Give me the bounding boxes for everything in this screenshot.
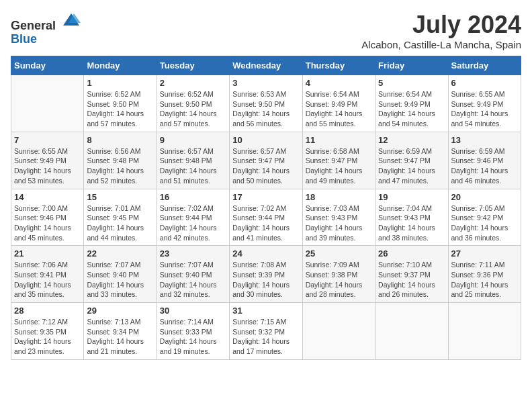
day-cell: 24Sunrise: 7:08 AMSunset: 9:39 PMDayligh… (230, 246, 302, 303)
day-cell: 10Sunrise: 6:57 AMSunset: 9:47 PMDayligh… (230, 132, 302, 189)
location-title: Alcabon, Castille-La Mancha, Spain (361, 39, 521, 50)
day-number: 12 (378, 135, 445, 145)
day-cell: 25Sunrise: 7:09 AMSunset: 9:38 PMDayligh… (302, 246, 375, 303)
day-cell: 12Sunrise: 6:59 AMSunset: 9:47 PMDayligh… (375, 132, 448, 189)
logo: General Blue (11, 11, 81, 46)
day-cell: 14Sunrise: 7:00 AMSunset: 9:46 PMDayligh… (11, 189, 84, 246)
day-number: 7 (14, 135, 81, 145)
day-info: Sunrise: 6:55 AMSunset: 9:49 PMDaylight:… (14, 146, 81, 186)
day-cell: 28Sunrise: 7:12 AMSunset: 9:35 PMDayligh… (11, 303, 84, 360)
day-number: 19 (378, 192, 445, 202)
day-number: 5 (378, 78, 445, 88)
day-cell: 13Sunrise: 6:59 AMSunset: 9:46 PMDayligh… (448, 132, 521, 189)
day-cell (448, 303, 521, 360)
logo-blue: Blue (11, 33, 81, 46)
day-number: 29 (87, 306, 153, 316)
day-cell (11, 75, 84, 132)
day-info: Sunrise: 7:10 AMSunset: 9:37 PMDaylight:… (378, 260, 445, 300)
logo-general: General (11, 11, 81, 33)
week-row-5: 28Sunrise: 7:12 AMSunset: 9:35 PMDayligh… (11, 303, 521, 360)
header-row: SundayMondayTuesdayWednesdayThursdayFrid… (11, 56, 521, 75)
day-cell: 5Sunrise: 6:54 AMSunset: 9:49 PMDaylight… (375, 75, 448, 132)
day-info: Sunrise: 7:08 AMSunset: 9:39 PMDaylight:… (232, 260, 299, 300)
day-info: Sunrise: 7:12 AMSunset: 9:35 PMDaylight:… (14, 317, 81, 357)
day-cell: 18Sunrise: 7:03 AMSunset: 9:43 PMDayligh… (302, 189, 375, 246)
day-info: Sunrise: 7:01 AMSunset: 9:45 PMDaylight:… (87, 203, 153, 243)
day-number: 15 (87, 192, 153, 202)
day-info: Sunrise: 7:03 AMSunset: 9:43 PMDaylight:… (306, 203, 372, 243)
day-cell: 7Sunrise: 6:55 AMSunset: 9:49 PMDaylight… (11, 132, 84, 189)
day-number: 4 (306, 78, 372, 88)
day-number: 10 (232, 135, 299, 145)
day-info: Sunrise: 6:58 AMSunset: 9:47 PMDaylight:… (306, 146, 372, 186)
day-info: Sunrise: 6:52 AMSunset: 9:50 PMDaylight:… (87, 89, 153, 129)
header-friday: Friday (375, 56, 448, 75)
day-cell: 16Sunrise: 7:02 AMSunset: 9:44 PMDayligh… (157, 189, 229, 246)
day-info: Sunrise: 7:02 AMSunset: 9:44 PMDaylight:… (160, 203, 226, 243)
logo-icon (62, 11, 81, 30)
day-cell: 11Sunrise: 6:58 AMSunset: 9:47 PMDayligh… (302, 132, 375, 189)
day-number: 22 (87, 248, 153, 259)
day-number: 31 (232, 306, 299, 316)
header-thursday: Thursday (302, 56, 375, 75)
day-cell (375, 303, 448, 360)
day-info: Sunrise: 6:55 AMSunset: 9:49 PMDaylight:… (451, 89, 518, 129)
day-number: 9 (160, 135, 226, 145)
day-info: Sunrise: 7:15 AMSunset: 9:32 PMDaylight:… (232, 317, 299, 357)
day-number: 25 (306, 248, 372, 259)
day-number: 23 (160, 248, 226, 259)
day-cell: 15Sunrise: 7:01 AMSunset: 9:45 PMDayligh… (84, 189, 157, 246)
day-info: Sunrise: 7:11 AMSunset: 9:36 PMDaylight:… (451, 260, 518, 300)
day-number: 30 (160, 306, 226, 316)
day-cell: 23Sunrise: 7:07 AMSunset: 9:40 PMDayligh… (157, 246, 229, 303)
day-info: Sunrise: 6:54 AMSunset: 9:49 PMDaylight:… (306, 89, 372, 129)
day-number: 8 (87, 135, 153, 145)
day-number: 2 (160, 78, 226, 88)
day-cell: 17Sunrise: 7:02 AMSunset: 9:44 PMDayligh… (230, 189, 302, 246)
day-number: 11 (306, 135, 372, 145)
title-area: July 2024 Alcabon, Castille-La Mancha, S… (361, 11, 521, 50)
day-number: 16 (160, 192, 226, 202)
day-info: Sunrise: 7:00 AMSunset: 9:46 PMDaylight:… (14, 203, 81, 243)
day-number: 3 (232, 78, 299, 88)
day-cell: 30Sunrise: 7:14 AMSunset: 9:33 PMDayligh… (157, 303, 229, 360)
day-info: Sunrise: 7:09 AMSunset: 9:38 PMDaylight:… (306, 260, 372, 300)
day-cell: 8Sunrise: 6:56 AMSunset: 9:48 PMDaylight… (84, 132, 157, 189)
day-info: Sunrise: 7:05 AMSunset: 9:42 PMDaylight:… (451, 203, 518, 243)
day-info: Sunrise: 6:53 AMSunset: 9:50 PMDaylight:… (232, 89, 299, 129)
day-cell: 3Sunrise: 6:53 AMSunset: 9:50 PMDaylight… (230, 75, 302, 132)
day-info: Sunrise: 6:56 AMSunset: 9:48 PMDaylight:… (87, 146, 153, 186)
day-info: Sunrise: 7:04 AMSunset: 9:43 PMDaylight:… (378, 203, 445, 243)
header: General Blue July 2024 Alcabon, Castille… (11, 11, 521, 50)
day-number: 28 (14, 306, 81, 316)
day-cell: 9Sunrise: 6:57 AMSunset: 9:48 PMDaylight… (157, 132, 229, 189)
day-info: Sunrise: 6:52 AMSunset: 9:50 PMDaylight:… (160, 89, 226, 129)
calendar-table: SundayMondayTuesdayWednesdayThursdayFrid… (11, 56, 521, 360)
day-info: Sunrise: 6:57 AMSunset: 9:48 PMDaylight:… (160, 146, 226, 186)
day-number: 20 (451, 192, 518, 202)
day-info: Sunrise: 7:14 AMSunset: 9:33 PMDaylight:… (160, 317, 226, 357)
day-info: Sunrise: 6:59 AMSunset: 9:47 PMDaylight:… (378, 146, 445, 186)
week-row-4: 21Sunrise: 7:06 AMSunset: 9:41 PMDayligh… (11, 246, 521, 303)
day-cell: 4Sunrise: 6:54 AMSunset: 9:49 PMDaylight… (302, 75, 375, 132)
week-row-2: 7Sunrise: 6:55 AMSunset: 9:49 PMDaylight… (11, 132, 521, 189)
day-number: 1 (87, 78, 153, 88)
day-info: Sunrise: 7:06 AMSunset: 9:41 PMDaylight:… (14, 260, 81, 300)
day-info: Sunrise: 6:54 AMSunset: 9:49 PMDaylight:… (378, 89, 445, 129)
day-number: 24 (232, 248, 299, 259)
day-number: 18 (306, 192, 372, 202)
day-number: 17 (232, 192, 299, 202)
day-number: 27 (451, 248, 518, 259)
day-cell: 29Sunrise: 7:13 AMSunset: 9:34 PMDayligh… (84, 303, 157, 360)
day-info: Sunrise: 7:02 AMSunset: 9:44 PMDaylight:… (232, 203, 299, 243)
day-cell: 27Sunrise: 7:11 AMSunset: 9:36 PMDayligh… (448, 246, 521, 303)
day-cell: 22Sunrise: 7:07 AMSunset: 9:40 PMDayligh… (84, 246, 157, 303)
day-cell: 26Sunrise: 7:10 AMSunset: 9:37 PMDayligh… (375, 246, 448, 303)
day-info: Sunrise: 7:13 AMSunset: 9:34 PMDaylight:… (87, 317, 153, 357)
day-number: 6 (451, 78, 518, 88)
day-cell: 1Sunrise: 6:52 AMSunset: 9:50 PMDaylight… (84, 75, 157, 132)
day-cell: 6Sunrise: 6:55 AMSunset: 9:49 PMDaylight… (448, 75, 521, 132)
day-cell: 31Sunrise: 7:15 AMSunset: 9:32 PMDayligh… (230, 303, 302, 360)
header-sunday: Sunday (11, 56, 84, 75)
week-row-3: 14Sunrise: 7:00 AMSunset: 9:46 PMDayligh… (11, 189, 521, 246)
